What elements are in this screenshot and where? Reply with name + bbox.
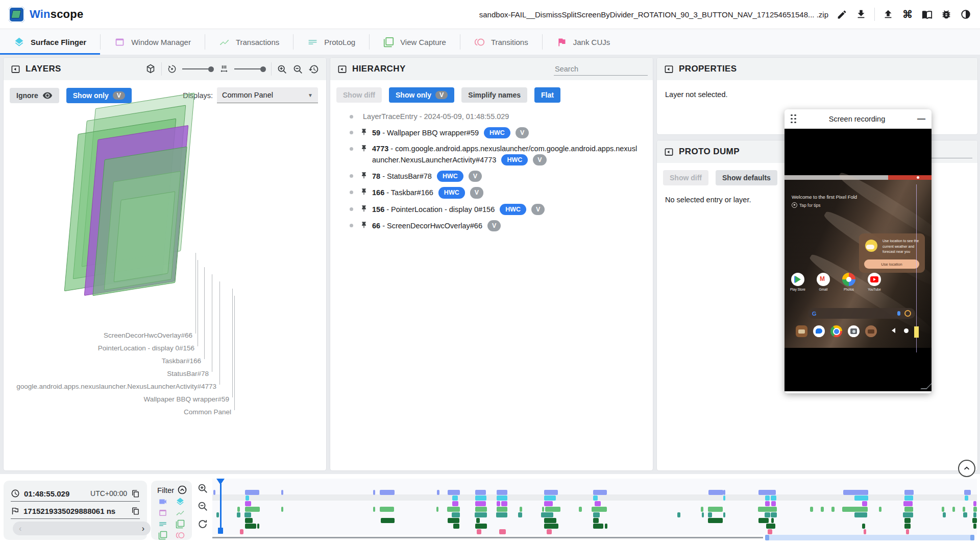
- timeline-block[interactable]: [373, 507, 375, 512]
- timeline-block[interactable]: [963, 507, 965, 512]
- timeline-block[interactable]: [973, 501, 977, 506]
- timeline-block[interactable]: [972, 518, 977, 523]
- dark-mode-icon[interactable]: [960, 8, 972, 20]
- pin-icon[interactable]: [360, 172, 368, 180]
- timeline-block[interactable]: [245, 501, 251, 506]
- tab-surface-flinger[interactable]: Surface Flinger: [0, 29, 100, 55]
- timeline-block[interactable]: [942, 507, 944, 512]
- flat-button[interactable]: Flat: [534, 87, 560, 103]
- human-timestamp[interactable]: 01:48:55.029: [24, 489, 69, 498]
- timeline-block[interactable]: [541, 512, 553, 517]
- timeline-block[interactable]: [771, 501, 776, 506]
- surface-flinger-filter-icon[interactable]: [174, 497, 187, 506]
- timeline-block[interactable]: [593, 495, 598, 501]
- timeline-block[interactable]: [544, 490, 558, 495]
- timeline-block[interactable]: [246, 495, 249, 501]
- timeline-block[interactable]: [245, 490, 259, 495]
- shortcuts-icon[interactable]: ⌘: [901, 8, 914, 20]
- collapse-timeline-button[interactable]: [958, 460, 975, 477]
- timeline-block[interactable]: [765, 495, 770, 501]
- timeline-block[interactable]: [579, 507, 582, 512]
- spacing-icon[interactable]: [219, 64, 229, 74]
- upload-icon[interactable]: [882, 8, 894, 20]
- timeline-block[interactable]: [903, 501, 913, 506]
- previous-entry-button[interactable]: ‹: [19, 524, 21, 533]
- show-defaults-button[interactable]: Show defaults: [716, 170, 777, 185]
- tab-transitions[interactable]: Transitions: [460, 29, 542, 55]
- use-location-button[interactable]: Use location: [864, 259, 919, 269]
- timeline-zoom-in-icon[interactable]: [197, 483, 208, 494]
- timeline-block[interactable]: [973, 512, 977, 517]
- transactions-filter-icon[interactable]: [174, 508, 187, 517]
- ns-timestamp[interactable]: 1715219335029888061 ns: [23, 507, 115, 515]
- pin-icon[interactable]: [360, 221, 368, 229]
- minimize-icon[interactable]: —: [917, 114, 925, 124]
- timeline-block[interactable]: [452, 501, 458, 506]
- timeline-block[interactable]: [758, 490, 776, 495]
- timeline-block[interactable]: [542, 507, 544, 512]
- timeline-block[interactable]: [964, 490, 971, 495]
- hierarchy-node[interactable]: 78 - StatusBar#78HWCV: [330, 168, 645, 184]
- timeline-block[interactable]: [843, 490, 868, 495]
- timeline-block[interactable]: [765, 501, 770, 506]
- hierarchy-node[interactable]: 156 - PointerLocation - display 0#156HWC…: [330, 201, 645, 218]
- timeline-block[interactable]: [723, 512, 725, 517]
- ignore-button[interactable]: Ignore: [10, 88, 59, 103]
- timeline-block[interactable]: [448, 490, 459, 495]
- timeline-block[interactable]: [475, 490, 486, 495]
- timeline-block[interactable]: [593, 518, 599, 523]
- timeline-block[interactable]: [766, 524, 776, 529]
- timeline-block[interactable]: [475, 501, 486, 506]
- timeline-block[interactable]: [903, 512, 913, 517]
- collapse-panel-icon[interactable]: [664, 147, 674, 157]
- timeline-block[interactable]: [904, 524, 911, 529]
- google-search-bar[interactable]: G: [808, 308, 915, 319]
- copy-icon[interactable]: [131, 507, 140, 515]
- timeline-block[interactable]: [448, 518, 459, 523]
- show-diff-button[interactable]: Show diff: [663, 170, 708, 185]
- timeline-block[interactable]: [723, 490, 725, 495]
- protolog-filter-icon[interactable]: [156, 519, 169, 529]
- timeline-block[interactable]: [452, 512, 460, 517]
- hierarchy-search-input[interactable]: [554, 63, 648, 76]
- timeline-block[interactable]: [518, 512, 522, 517]
- collapse-filter-icon[interactable]: [177, 485, 187, 495]
- drag-handle-icon[interactable]: [791, 114, 797, 124]
- layers-3d-scene[interactable]: ScreenDecorHwcOverlay#66PointerLocation …: [4, 134, 325, 466]
- timeline-block[interactable]: [380, 507, 394, 512]
- timeline-block[interactable]: [708, 490, 723, 495]
- tab-jank-cujs[interactable]: Jank CUJs: [543, 29, 624, 55]
- download-icon[interactable]: [855, 8, 867, 20]
- timeline-block[interactable]: [862, 501, 867, 506]
- show-only-button[interactable]: Show onlyV: [66, 88, 132, 103]
- timeline-block[interactable]: [245, 524, 256, 529]
- timeline-block[interactable]: [593, 524, 603, 529]
- window-manager-filter-icon[interactable]: [156, 508, 169, 517]
- collapse-panel-icon[interactable]: [11, 64, 20, 74]
- timeline-block[interactable]: [477, 529, 481, 534]
- rotate-icon[interactable]: [167, 64, 177, 74]
- timeline-block[interactable]: [854, 512, 867, 517]
- timeline-block[interactable]: [497, 501, 500, 506]
- rotation-slider[interactable]: [182, 66, 214, 72]
- timeline-block[interactable]: [497, 495, 507, 501]
- timeline-block[interactable]: [244, 512, 251, 517]
- timeline-block[interactable]: [475, 507, 486, 512]
- timeline-block[interactable]: [497, 507, 507, 512]
- timeline-block[interactable]: [245, 507, 260, 512]
- timeline-block[interactable]: [545, 507, 560, 512]
- timeline-block[interactable]: [723, 495, 725, 501]
- reset-view-icon[interactable]: [308, 64, 319, 75]
- timeline-block[interactable]: [677, 512, 680, 517]
- show-only-button[interactable]: Show onlyV: [389, 87, 454, 103]
- timeline-block[interactable]: [497, 490, 507, 495]
- timeline-block[interactable]: [862, 524, 865, 529]
- timeline-block[interactable]: [831, 507, 834, 512]
- documentation-icon[interactable]: [921, 8, 933, 20]
- tab-transactions[interactable]: Transactions: [205, 29, 293, 55]
- timeline-block[interactable]: [904, 490, 914, 495]
- timeline-block[interactable]: [453, 524, 459, 529]
- view-capture2-filter-icon[interactable]: [156, 531, 169, 540]
- simplify-names-button[interactable]: Simplify names: [461, 87, 527, 103]
- timeline-block[interactable]: [593, 512, 600, 517]
